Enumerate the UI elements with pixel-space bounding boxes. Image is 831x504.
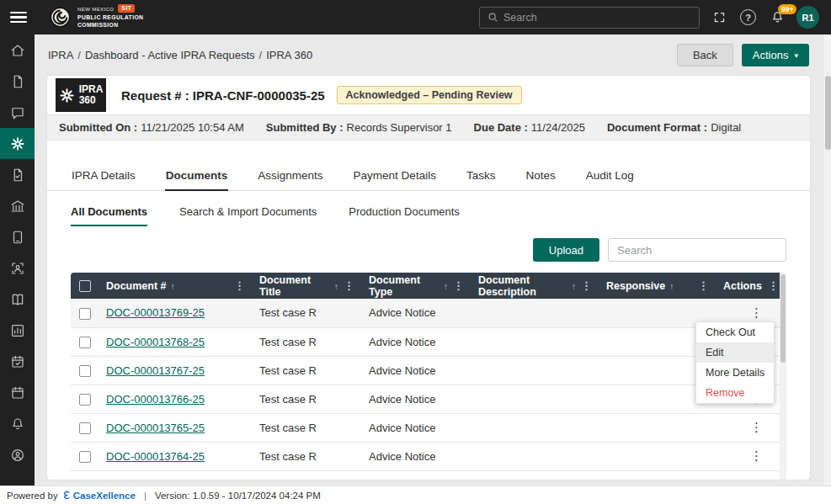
sort-asc-icon[interactable]: ↑ bbox=[444, 281, 448, 291]
row-checkbox[interactable] bbox=[79, 451, 91, 463]
document-link[interactable]: DOC-000013767-25 bbox=[106, 364, 205, 377]
col-header-document-type[interactable]: Document Type↑⋮ bbox=[362, 273, 471, 299]
sidebar-item-reports[interactable] bbox=[0, 315, 35, 346]
document-link[interactable]: DOC-000013768-25 bbox=[106, 336, 205, 348]
person-circle-icon bbox=[10, 448, 25, 463]
col-label: Document Title bbox=[259, 274, 330, 298]
global-search-input[interactable] bbox=[503, 12, 691, 24]
sidebar-item-messages[interactable] bbox=[0, 97, 35, 128]
row-actions-kebab-icon[interactable]: ⋮ bbox=[747, 448, 766, 464]
global-search bbox=[479, 7, 700, 29]
sidebar-item-identity[interactable] bbox=[0, 252, 35, 284]
select-all-header bbox=[71, 273, 99, 299]
sidebar-item-home[interactable] bbox=[0, 34, 35, 66]
document-link[interactable]: DOC-000013764-25 bbox=[106, 450, 205, 463]
row-checkbox[interactable] bbox=[79, 337, 91, 348]
app-window: NEW MEXICOSIT PUBLIC REGULATION COMMISSI… bbox=[0, 0, 831, 504]
row-checkbox[interactable] bbox=[79, 422, 91, 434]
sort-asc-icon[interactable]: ↑ bbox=[334, 281, 338, 291]
tab-ipra-details[interactable]: IPRA Details bbox=[71, 160, 136, 191]
actions-dropdown-button[interactable]: Actions▾ bbox=[742, 44, 809, 66]
row-actions-kebab-icon[interactable]: ⋮ bbox=[747, 477, 766, 480]
document-link[interactable]: DOC-000013765-25 bbox=[106, 422, 205, 434]
status-badge: Acknowledged – Pending Review bbox=[337, 86, 522, 104]
column-menu-icon[interactable]: ⋮ bbox=[697, 279, 710, 292]
row-actions-kebab-icon[interactable]: ⋮ bbox=[747, 420, 766, 435]
menu-item-remove[interactable]: Remove bbox=[696, 383, 774, 403]
page-scrollbar-thumb[interactable] bbox=[825, 76, 831, 150]
sort-asc-icon[interactable]: ↑ bbox=[669, 281, 674, 291]
user-avatar[interactable]: R1 bbox=[796, 6, 819, 29]
upload-button[interactable]: Upload bbox=[533, 238, 599, 262]
casexellence-logo-icon bbox=[62, 491, 72, 500]
select-all-checkbox[interactable] bbox=[79, 280, 91, 292]
sidebar-item-calendar[interactable] bbox=[0, 377, 35, 408]
hamburger-menu-icon[interactable] bbox=[10, 12, 27, 24]
sidebar-item-ipra-360[interactable] bbox=[0, 128, 35, 159]
notifications-button[interactable]: 99+ bbox=[770, 10, 785, 24]
detail-tabs: IPRA Details Documents Assignments Payme… bbox=[47, 160, 810, 191]
document-description-cell bbox=[471, 470, 599, 480]
tab-notes[interactable]: Notes bbox=[525, 160, 556, 191]
fullscreen-icon[interactable] bbox=[713, 11, 726, 24]
subtab-production-documents[interactable]: Production Documents bbox=[349, 205, 460, 226]
tab-audit-log[interactable]: Audit Log bbox=[585, 160, 635, 191]
row-checkbox[interactable] bbox=[79, 394, 91, 406]
breadcrumb-dashboard[interactable]: Dashboard - Active IPRA Requests bbox=[85, 49, 255, 61]
column-menu-icon[interactable]: ⋮ bbox=[767, 279, 780, 292]
sort-asc-icon[interactable]: ↑ bbox=[171, 281, 175, 291]
casexellence-brand[interactable]: CaseXellence bbox=[62, 491, 136, 501]
sidebar-item-scheduled-tasks[interactable] bbox=[0, 346, 35, 377]
help-icon[interactable]: ? bbox=[740, 9, 756, 25]
tab-documents[interactable]: Documents bbox=[165, 160, 229, 191]
tab-tasks[interactable]: Tasks bbox=[466, 160, 497, 191]
row-checkbox[interactable] bbox=[79, 365, 91, 377]
column-menu-icon[interactable]: ⋮ bbox=[233, 279, 246, 292]
menu-item-check-out[interactable]: Check Out bbox=[696, 322, 774, 342]
sort-asc-icon[interactable]: ↑ bbox=[572, 281, 576, 291]
powered-by-label: Powered by bbox=[7, 491, 58, 501]
document-link[interactable]: DOC-000013766-25 bbox=[106, 393, 205, 406]
col-header-responsive[interactable]: Responsive↑⋮ bbox=[599, 273, 716, 299]
row-actions-kebab-icon[interactable]: ⋮ bbox=[747, 305, 766, 321]
subtab-search-import-documents[interactable]: Search & Import Documents bbox=[179, 205, 317, 226]
col-header-document-title[interactable]: Document Title↑⋮ bbox=[253, 273, 362, 299]
sidebar-item-contacts[interactable] bbox=[0, 439, 35, 470]
sidebar-item-library[interactable] bbox=[0, 284, 35, 315]
breadcrumb-ipra[interactable]: IPRA bbox=[48, 49, 73, 61]
col-label: Actions bbox=[723, 280, 762, 292]
sidebar-item-documents[interactable] bbox=[0, 66, 35, 97]
request-number-label: Request # : bbox=[121, 88, 189, 103]
version-text: Version: 1.0.59 - 10/17/2024 04:24 PM bbox=[155, 491, 321, 501]
file-icon bbox=[10, 74, 25, 89]
page-scrollbar[interactable] bbox=[823, 34, 831, 485]
menu-item-more-details[interactable]: More Details bbox=[696, 363, 774, 383]
column-menu-icon[interactable]: ⋮ bbox=[580, 279, 593, 292]
column-menu-icon[interactable]: ⋮ bbox=[343, 279, 355, 292]
row-checkbox[interactable] bbox=[79, 308, 91, 320]
sidebar-item-organizations[interactable] bbox=[0, 190, 35, 221]
col-header-document-description[interactable]: Document Description↑⋮ bbox=[471, 273, 599, 299]
table-row: DOC-000013764-25 Test case R Advice Noti… bbox=[71, 442, 786, 470]
responsive-cell bbox=[599, 413, 716, 442]
documents-search-input[interactable] bbox=[608, 238, 786, 262]
main-content: IPRA/Dashboard - Active IPRA Requests/IP… bbox=[35, 34, 823, 485]
table-scrollbar-thumb[interactable] bbox=[780, 274, 786, 363]
sidebar-item-alerts[interactable] bbox=[0, 408, 35, 439]
col-header-document-number[interactable]: Document #↑⋮ bbox=[99, 273, 253, 299]
table-scrollbar[interactable] bbox=[780, 273, 786, 480]
document-title-cell: Test case R bbox=[253, 327, 362, 356]
table-header-row: Document #↑⋮ Document Title↑⋮ Document T… bbox=[71, 273, 786, 299]
back-button[interactable]: Back bbox=[677, 44, 733, 66]
sidebar-item-forms[interactable] bbox=[0, 221, 35, 252]
col-label: Document Type bbox=[369, 274, 439, 298]
sidebar-item-records[interactable] bbox=[0, 159, 35, 190]
subtab-all-documents[interactable]: All Documents bbox=[71, 205, 147, 226]
tab-assignments[interactable]: Assignments bbox=[257, 160, 323, 191]
document-link[interactable]: DOC-000013769-25 bbox=[106, 306, 205, 319]
document-link[interactable]: DOC-000013763-25 bbox=[106, 479, 205, 480]
tab-payment-details[interactable]: Payment Details bbox=[353, 160, 437, 191]
menu-item-edit[interactable]: Edit bbox=[696, 342, 774, 363]
breadcrumb-separator: / bbox=[259, 49, 263, 61]
column-menu-icon[interactable]: ⋮ bbox=[452, 279, 465, 292]
